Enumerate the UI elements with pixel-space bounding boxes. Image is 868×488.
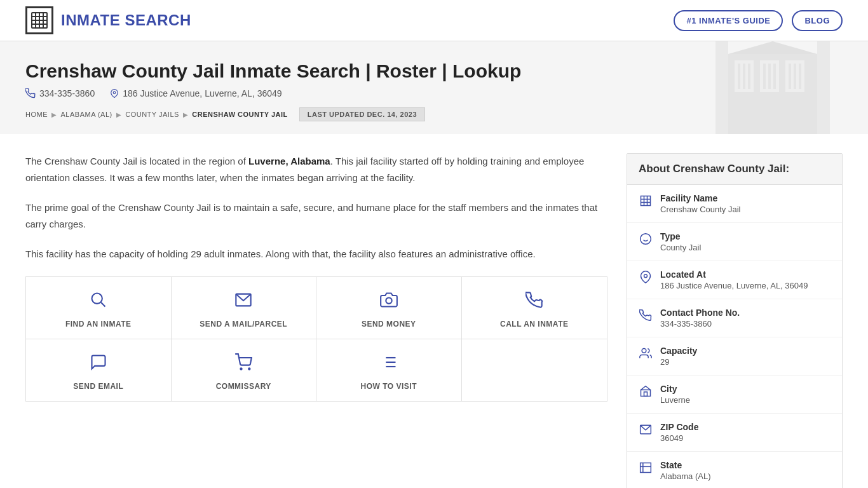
send-money-label: SEND MONEY	[362, 320, 416, 329]
type-icon	[639, 233, 653, 248]
main-content: The Crenshaw County Jail is located in t…	[0, 134, 868, 488]
breadcrumb-home[interactable]: HOME	[25, 111, 48, 118]
svg-point-44	[642, 349, 646, 353]
phone-icon	[25, 88, 36, 98]
intro-para-3: This facility has the capacity of holdin…	[25, 246, 607, 262]
city-content: City Luverne	[660, 384, 690, 405]
page-title: Crenshaw County Jail Inmate Search | Ros…	[25, 60, 843, 82]
breadcrumb-county-jails[interactable]: COUNTY JAILS	[125, 111, 179, 118]
type-label: Type	[660, 231, 701, 241]
how-to-visit-action[interactable]: HOW TO VISIT	[316, 339, 462, 401]
city-icon	[639, 385, 653, 401]
blog-button[interactable]: BLOG	[792, 10, 843, 31]
call-inmate-label: CALL AN INMATE	[500, 320, 568, 329]
breadcrumb: HOME ▶ ALABAMA (AL) ▶ COUNTY JAILS ▶ CRE…	[25, 107, 843, 121]
intro-para-2: The prime goal of the Crenshaw County Ja…	[25, 200, 607, 232]
commissary-action[interactable]: COMMISSARY	[172, 339, 317, 401]
breadcrumb-sep-3: ▶	[183, 111, 189, 118]
find-inmate-action[interactable]: FIND AN INMATE	[26, 277, 172, 339]
svg-rect-45	[641, 390, 651, 396]
call-inmate-action[interactable]: CALL AN INMATE	[462, 277, 607, 339]
zip-value: 36049	[660, 433, 698, 443]
type-content: Type County Jail	[660, 231, 701, 252]
hero-address: 186 Justice Avenue, Luverne, AL, 36049	[110, 88, 281, 98]
action-grid-row2: SEND EMAIL COMMISSARY	[25, 339, 607, 402]
send-mail-label: SEND A MAIL/PARCEL	[200, 320, 287, 329]
camera-icon	[380, 291, 398, 313]
svg-point-29	[248, 368, 250, 369]
find-inmate-label: FIND AN INMATE	[65, 320, 132, 329]
send-mail-action[interactable]: SEND A MAIL/PARCEL	[172, 277, 317, 339]
contact-phone-content: Contact Phone No. 334-335-3860	[660, 308, 740, 329]
state-label: State	[660, 460, 710, 470]
location-icon	[110, 88, 119, 98]
cart-icon	[234, 353, 252, 376]
hero-address-text: 186 Justice Avenue, Luverne, AL, 36049	[123, 88, 281, 98]
building-icon	[639, 194, 653, 210]
svg-point-24	[92, 293, 102, 303]
site-logo[interactable]: INMATE SEARCH	[25, 6, 191, 34]
about-box: About Crenshaw County Jail: Facility Nam…	[627, 153, 843, 488]
intro-para-1: The Crenshaw County Jail is located in t…	[25, 153, 607, 186]
hero-meta: 334-335-3860 186 Justice Avenue, Luverne…	[25, 88, 843, 98]
hero-section: Crenshaw County Jail Inmate Search | Ros…	[0, 41, 868, 134]
zip-icon	[639, 423, 653, 439]
site-header: INMATE SEARCH #1 INMATE'S GUIDE BLOG	[0, 0, 868, 41]
zip-content: ZIP Code 36049	[660, 422, 698, 443]
breadcrumb-state[interactable]: ALABAMA (AL)	[61, 111, 112, 118]
people-icon	[639, 347, 653, 363]
inmates-guide-button[interactable]: #1 INMATE'S GUIDE	[674, 10, 783, 31]
svg-rect-48	[641, 463, 651, 473]
svg-line-25	[101, 302, 105, 306]
logo-icon	[25, 6, 53, 34]
send-money-action[interactable]: SEND MONEY	[316, 277, 462, 339]
city-row: City Luverne	[627, 376, 842, 414]
location-pin-icon	[639, 271, 653, 287]
facility-name-row: Facility Name Crenshaw County Jail	[627, 185, 842, 223]
contact-phone-icon	[639, 309, 653, 325]
state-icon	[639, 461, 653, 477]
contact-phone-value: 334-335-3860	[660, 319, 740, 329]
svg-point-43	[644, 274, 648, 278]
located-at-label: Located At	[660, 269, 808, 280]
action-grid-row1: FIND AN INMATE SEND A MAIL/PARCEL	[25, 276, 607, 339]
empty-action-cell	[462, 339, 607, 401]
breadcrumb-sep-2: ▶	[116, 111, 122, 118]
hero-phone-number: 334-335-3860	[39, 88, 95, 98]
location-bold: Luverne, Alabama	[248, 156, 330, 166]
list-icon	[380, 353, 398, 376]
sidebar: About Crenshaw County Jail: Facility Nam…	[627, 153, 843, 488]
hero-phone: 334-335-3860	[25, 88, 95, 98]
call-icon	[526, 291, 543, 313]
svg-point-28	[241, 368, 242, 369]
contact-phone-label: Contact Phone No.	[660, 308, 740, 318]
last-updated-badge: LAST UPDATED DEC. 14, 2023	[299, 107, 425, 121]
state-value: Alabama (AL)	[660, 471, 710, 481]
how-to-visit-label: HOW TO VISIT	[361, 382, 417, 391]
state-content: State Alabama (AL)	[660, 460, 710, 481]
capacity-label: Capacity	[660, 346, 697, 356]
contact-phone-row: Contact Phone No. 334-335-3860	[627, 299, 842, 337]
svg-point-27	[386, 297, 391, 303]
breadcrumb-current: CRENSHAW COUNTY JAIL	[192, 111, 287, 118]
located-at-content: Located At 186 Justice Avenue, Luverne, …	[660, 269, 808, 290]
zip-label: ZIP Code	[660, 422, 698, 432]
chat-icon	[90, 353, 107, 376]
breadcrumb-sep-1: ▶	[51, 111, 57, 118]
state-row: State Alabama (AL)	[627, 452, 842, 488]
logo-text: INMATE SEARCH	[61, 11, 191, 29]
located-at-row: Located At 186 Justice Avenue, Luverne, …	[627, 261, 842, 299]
svg-rect-46	[644, 392, 648, 396]
about-heading: About Crenshaw County Jail:	[627, 154, 842, 185]
search-icon	[90, 291, 107, 313]
svg-point-23	[113, 92, 116, 94]
commissary-label: COMMISSARY	[216, 382, 271, 391]
svg-rect-36	[641, 196, 651, 206]
facility-name-value: Crenshaw County Jail	[660, 205, 740, 214]
capacity-value: 29	[660, 357, 697, 367]
capacity-content: Capacity 29	[660, 346, 697, 367]
capacity-row: Capacity 29	[627, 337, 842, 376]
header-nav: #1 INMATE'S GUIDE BLOG	[674, 10, 843, 31]
send-email-action[interactable]: SEND EMAIL	[26, 339, 172, 401]
located-at-value: 186 Justice Avenue, Luverne, AL, 36049	[660, 281, 808, 290]
